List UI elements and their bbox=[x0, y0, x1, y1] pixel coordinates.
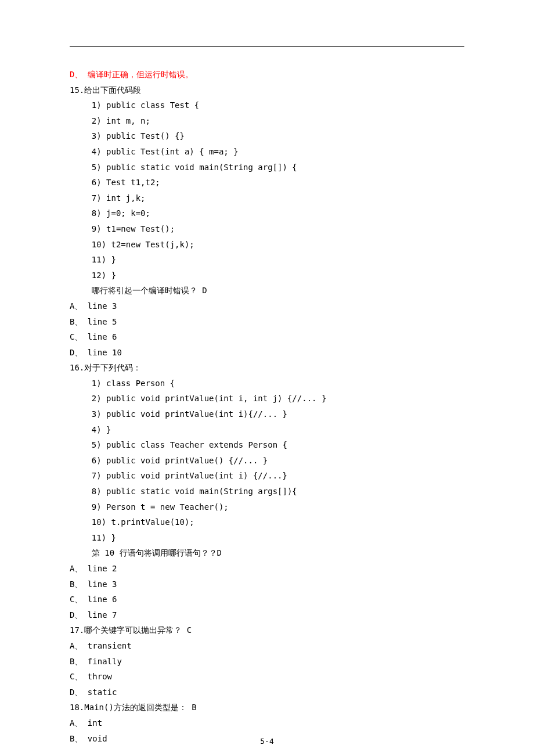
q15-option-b: B、 line 5 bbox=[70, 314, 464, 330]
q17-option-a: A、 transient bbox=[70, 638, 464, 654]
q17-option-b: B、 finally bbox=[70, 654, 464, 669]
code-line: 4) public Test(int a) { m=a; } bbox=[70, 144, 464, 160]
code-line: 12) } bbox=[70, 268, 464, 283]
code-line: 8) j=0; k=0; bbox=[70, 206, 464, 221]
code-line: 9) Person t = new Teacher(); bbox=[70, 499, 464, 515]
q16-option-b: B、 line 3 bbox=[70, 577, 464, 592]
code-line: 2) public void printValue(int i, int j) … bbox=[70, 391, 464, 406]
code-line: 10) t2=new Test(j,k); bbox=[70, 237, 464, 253]
code-line: 5) public class Teacher extends Person { bbox=[70, 437, 464, 453]
answer-option-d: D、 编译时正确，但运行时错误。 bbox=[70, 67, 464, 82]
page-number: 5-4 bbox=[0, 735, 534, 749]
code-line: 10) t.printValue(10); bbox=[70, 514, 464, 530]
q18-option-a: A、 int bbox=[70, 715, 464, 731]
code-line: 6) Test t1,t2; bbox=[70, 175, 464, 190]
code-line: 11) } bbox=[70, 252, 464, 268]
code-line: 9) t1=new Test(); bbox=[70, 221, 464, 237]
code-line: 6) public void printValue() {//... } bbox=[70, 453, 464, 469]
q15-option-d: D、 line 10 bbox=[70, 345, 464, 361]
q15-option-a: A、 line 3 bbox=[70, 298, 464, 314]
code-line: 1) public class Test { bbox=[70, 98, 464, 113]
q16-option-a: A、 line 2 bbox=[70, 561, 464, 577]
q18-stem: 18.Main()方法的返回类型是： B bbox=[70, 700, 464, 715]
code-line: 3) public Test() {} bbox=[70, 128, 464, 144]
q16-ask: 第 10 行语句将调用哪行语句？？D bbox=[70, 545, 464, 561]
code-line: 3) public void printValue(int i){//... } bbox=[70, 406, 464, 422]
code-line: 7) int j,k; bbox=[70, 190, 464, 206]
code-line: 1) class Person { bbox=[70, 376, 464, 391]
code-line: 5) public static void main(String arg[])… bbox=[70, 160, 464, 175]
q17-option-d: D、 static bbox=[70, 685, 464, 700]
q17-stem: 17.哪个关键字可以抛出异常？ C bbox=[70, 622, 464, 638]
code-line: 11) } bbox=[70, 530, 464, 546]
code-line: 2) int m, n; bbox=[70, 113, 464, 129]
document-page: D、 编译时正确，但运行时错误。 15.给出下面代码段 1) public cl… bbox=[0, 0, 534, 756]
q16-stem: 16.对于下列代码： bbox=[70, 360, 464, 376]
q16-option-d: D、 line 7 bbox=[70, 607, 464, 623]
q15-option-c: C、 line 6 bbox=[70, 329, 464, 345]
q16-option-c: C、 line 6 bbox=[70, 592, 464, 607]
q15-ask: 哪行将引起一个编译时错误？ D bbox=[70, 283, 464, 298]
code-line: 4) } bbox=[70, 422, 464, 438]
code-line: 8) public static void main(String args[]… bbox=[70, 484, 464, 499]
horizontal-rule bbox=[70, 46, 464, 47]
q17-option-c: C、 throw bbox=[70, 669, 464, 685]
q15-stem: 15.给出下面代码段 bbox=[70, 82, 464, 98]
code-line: 7) public void printValue(int i) {//...} bbox=[70, 468, 464, 484]
